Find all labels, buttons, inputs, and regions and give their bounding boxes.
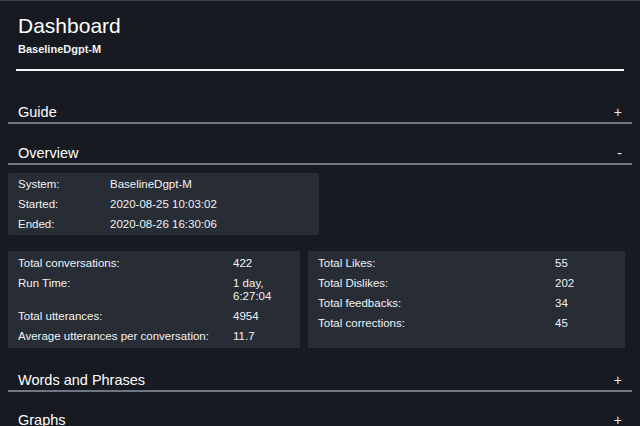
table-row: Run Time: 1 day, 6:27:04 [8, 273, 300, 306]
stat-value: 1 day, 6:27:04 [233, 277, 290, 303]
table-row: Average utterances per conversation: 11.… [8, 326, 300, 346]
stat-label: Total Dislikes: [318, 277, 555, 290]
system-info-panel: System: BaselineDgpt-M Started: 2020-08-… [8, 173, 319, 235]
stat-label: Total utterances: [18, 310, 233, 323]
info-value: 2020-08-26 16:30:06 [110, 218, 309, 231]
section-label-guide: Guide [18, 102, 57, 122]
table-row: Total feedbacks: 34 [308, 293, 625, 313]
table-row: Total Likes: 55 [308, 253, 625, 273]
stat-value: 34 [555, 297, 615, 310]
table-row: Total conversations: 422 [8, 253, 300, 273]
stat-value: 55 [555, 257, 615, 270]
dashboard-page: Dashboard BaselineDgpt-M Guide + Overvie… [0, 1, 640, 426]
stat-label: Total corrections: [318, 317, 555, 330]
section-divider-guide [8, 122, 632, 124]
section-label-overview: Overview [18, 143, 78, 163]
overview-stats: Total conversations: 422 Run Time: 1 day… [8, 251, 632, 348]
stat-label: Average utterances per conversation: [18, 330, 233, 343]
header-divider [16, 69, 624, 71]
section-label-graphs: Graphs [18, 410, 66, 426]
feedback-stats-panel: Total Likes: 55 Total Dislikes: 202 Tota… [308, 251, 625, 348]
section-header-guide[interactable]: Guide + [8, 102, 632, 122]
collapse-icon[interactable]: - [617, 143, 622, 163]
info-value: BaselineDgpt-M [110, 178, 309, 191]
table-row: Total corrections: 45 [308, 313, 625, 333]
expand-icon[interactable]: + [614, 410, 622, 426]
info-label: System: [18, 178, 110, 191]
table-row: Total utterances: 4954 [8, 306, 300, 326]
stat-label: Total conversations: [18, 257, 233, 270]
section-divider-words-and-phrases [8, 390, 632, 392]
stat-value: 45 [555, 317, 615, 330]
info-label: Ended: [18, 218, 110, 231]
section-header-words-and-phrases[interactable]: Words and Phrases + [8, 370, 632, 390]
section-header-overview[interactable]: Overview - [8, 143, 632, 163]
info-label: Started: [18, 198, 110, 211]
stat-value: 4954 [233, 310, 290, 323]
stat-label: Run Time: [18, 277, 233, 303]
table-row: Started: 2020-08-25 10:03:02 [8, 194, 319, 214]
section-divider-overview [8, 163, 632, 165]
system-name-subtitle: BaselineDgpt-M [18, 43, 622, 56]
expand-icon[interactable]: + [614, 370, 622, 390]
stat-label: Total Likes: [318, 257, 555, 270]
stat-value: 422 [233, 257, 290, 270]
table-row: System: BaselineDgpt-M [8, 174, 319, 194]
expand-icon[interactable]: + [614, 102, 622, 122]
table-row: Total Dislikes: 202 [308, 273, 625, 293]
stat-value: 202 [555, 277, 615, 290]
info-value: 2020-08-25 10:03:02 [110, 198, 309, 211]
stat-label: Total feedbacks: [318, 297, 555, 310]
conversation-stats-panel: Total conversations: 422 Run Time: 1 day… [8, 251, 300, 348]
stat-value: 11.7 [233, 330, 290, 343]
table-row: Ended: 2020-08-26 16:30:06 [8, 214, 319, 234]
page-title: Dashboard [18, 14, 622, 38]
section-label-words-and-phrases: Words and Phrases [18, 370, 145, 390]
section-header-graphs[interactable]: Graphs + [8, 410, 632, 426]
